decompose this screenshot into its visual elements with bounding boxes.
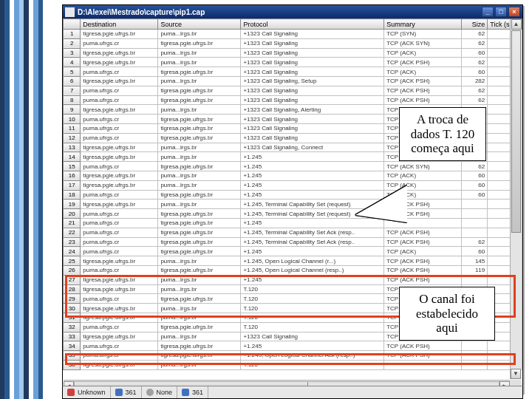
cell-destination: puma.ufrgs.cr [81,294,158,304]
table-row[interactable]: 23puma.ufrgs.crtigresa.pgie.ufrgs.br+1.2… [64,237,522,247]
col-header-source[interactable]: Source [158,19,241,30]
cell-size [462,228,488,237]
scroll-thumb-v[interactable] [511,30,521,233]
cell-source: tigresa.pgie.ufrgs.br [158,133,241,143]
table-row[interactable]: 17tigresa.pgie.ufrgs.brpuma...lrgs.br+1.… [64,180,522,190]
table-row[interactable]: 7puma.ufrgs.crtigresa.pgie.ufrgs.br+1323… [64,86,522,95]
cell-size: 119 [462,265,488,275]
table-row[interactable]: 15puma.ufrgs.crtigresa.pgie.ufrgs.br+1.2… [64,162,522,171]
cell-destination: puma.ufrgs.cr [81,228,158,237]
table-row[interactable]: 19tigresa.pgie.ufrgs.brpuma...lrgs.br+1.… [64,200,522,209]
cell-source: tigresa.pgie.ufrgs.br [158,265,241,275]
table-row[interactable]: 6tigresa.pgie.ufrgs.brpuma...lrgs.br+132… [64,76,522,86]
table-row[interactable]: 5puma.ufrgs.crtigresa.pgie.ufrgs.br+1323… [64,67,522,77]
minimize-button[interactable]: _ [482,7,494,17]
cell-destination: puma.ufrgs.cr [81,123,158,133]
row-index: 10 [64,115,81,124]
table-row[interactable]: 16tigresa.pgie.ufrgs.brpuma...lrgs.br+1.… [64,171,522,180]
status-icon-filter [146,389,154,396]
row-index: 9 [64,105,81,115]
table-row[interactable]: 1tigresa.pgie.ufrgs.brpuma...lrgs.br+132… [64,30,522,39]
close-button[interactable]: × [508,7,520,17]
row-index: 13 [64,143,81,152]
scroll-down-button[interactable]: ▼ [511,369,521,379]
row-index: 5 [64,67,81,77]
col-header-size[interactable]: Size [462,19,488,30]
app-icon [65,7,75,17]
cell-protocol: +1.245 [241,247,384,256]
table-row[interactable]: 3tigresa.pgie.ufrgs.brpuma...lrgs.br+132… [64,48,522,58]
col-header-protocol[interactable]: Protocol [241,19,384,30]
table-row[interactable]: 36tigresa.pgie.ufrgs.brpuma...lrgs.brT.1… [64,360,522,369]
table-row[interactable]: 35puma.ufrgs.crtigresa.pgie.ufrgs.br+1.2… [64,351,522,361]
col-header-summary[interactable]: Summary [384,19,462,30]
cell-size: 60 [462,48,488,58]
table-row[interactable]: 20puma.ufrgs.crtigresa.pgie.ufrgs.br+1.2… [64,209,522,219]
cell-destination: tigresa.pgie.ufrgs.br [81,171,158,180]
cell-source: tigresa.pgie.ufrgs.br [158,209,241,219]
row-index: 17 [64,180,81,190]
col-header-destination[interactable]: Destination [81,19,158,30]
cell-protocol: +1323 Call Signaling [241,95,384,105]
cell-summary: TCP (SYN) [384,30,462,39]
cell-protocol: +1323 Call Signaling, Connect [241,143,384,152]
cell-destination: tigresa.pgie.ufrgs.br [81,304,158,313]
cell-protocol: +1.245, Terminal Capability Set Ack (res… [241,228,384,237]
cell-size: 62 [462,162,488,171]
titlebar[interactable]: D:\Alexei\Mestrado\capture\pip1.cap _ □ … [63,5,522,18]
row-index: 21 [64,218,81,228]
table-row[interactable]: 25tigresa.pgie.ufrgs.brpuma...lrgs.br+1.… [64,256,522,266]
row-index: 27 [64,275,81,284]
cell-size: 145 [462,256,488,266]
cell-destination: puma.ufrgs.cr [81,237,158,247]
status-text-c: None [157,389,173,396]
cell-destination: tigresa.pgie.ufrgs.br [81,284,158,294]
row-index: 28 [64,284,81,294]
table-row[interactable]: 2puma.ufrgs.crtigresa.pgie.ufrgs.br+1323… [64,38,522,48]
cell-source: puma...lrgs.br [158,171,241,180]
row-index: 6 [64,76,81,86]
cell-destination: puma.ufrgs.cr [81,218,158,228]
row-index: 33 [64,332,81,341]
cell-source: puma...lrgs.br [158,152,241,162]
cell-protocol: T.120 [241,313,384,322]
vertical-scrollbar[interactable]: ▲ ▼ [510,19,522,379]
table-row[interactable]: 22puma.ufrgs.crtigresa.pgie.ufrgs.br+1.2… [64,228,522,237]
cell-summary: TCP (ACK) [384,247,462,256]
cell-destination: tigresa.pgie.ufrgs.br [81,143,158,152]
cell-protocol: +1323 Call Signaling [241,48,384,58]
cell-size [462,360,488,369]
table-row[interactable]: 8puma.ufrgs.crtigresa.pgie.ufrgs.br+1323… [64,95,522,105]
cell-destination: puma.ufrgs.cr [81,265,158,275]
cell-protocol: +1.245 [241,162,384,171]
cell-size: 62 [462,30,488,39]
cell-protocol: +1323 Call Signaling, Alerting [241,105,384,115]
cell-protocol: +1.245 [241,341,384,351]
cell-source: puma...lrgs.br [158,105,241,115]
cell-size: 282 [462,76,488,86]
col-header-index[interactable] [64,19,81,30]
table-row[interactable]: 4tigresa.pgie.ufrgs.brpuma...lrgs.br+132… [64,58,522,67]
cell-destination: tigresa.pgie.ufrgs.br [81,256,158,266]
cell-size [462,275,488,284]
table-row[interactable]: 26puma.ufrgs.crtigresa.pgie.ufrgs.br+1.2… [64,265,522,275]
cell-size: 62 [462,86,488,95]
row-index: 12 [64,133,81,143]
table-row[interactable]: 34puma.ufrgs.crtigresa.pgie.ufrgs.br+1.2… [64,341,522,351]
maximize-button[interactable]: □ [495,7,507,17]
cell-summary: TCP (ACK) [384,48,462,58]
table-row[interactable]: 24puma.ufrgs.crtigresa.pgie.ufrgs.br+1.2… [64,247,522,256]
table-row[interactable]: 18puma.ufrgs.crtigresa.pgie.ufrgs.br+1.2… [64,190,522,200]
cell-source: puma...lrgs.br [158,284,241,294]
cell-destination: puma.ufrgs.cr [81,351,158,361]
table-row[interactable]: 27tigresa.pgie.ufrgs.brpuma...lrgs.br+1.… [64,275,522,284]
cell-source: puma...lrgs.br [158,180,241,190]
cell-summary: TCP (ACK PSH) [384,256,462,266]
cell-source: puma...lrgs.br [158,76,241,86]
cell-protocol: +1323 Call Signaling [241,115,384,124]
cell-destination: tigresa.pgie.ufrgs.br [81,360,158,369]
scroll-up-button[interactable]: ▲ [511,19,522,30]
status-text-b: 361 [126,389,137,396]
table-row[interactable]: 21puma.ufrgs.crtigresa.pgie.ufrgs.br+1.2… [64,218,522,228]
cell-size: 60 [462,67,488,77]
